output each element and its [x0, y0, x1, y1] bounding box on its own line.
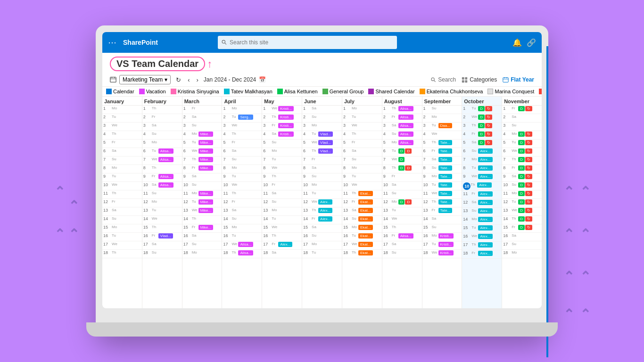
- legend-shared[interactable]: Shared Calendar: [368, 89, 414, 94]
- event-pill[interactable]: Tate...: [438, 191, 453, 196]
- waffle-icon[interactable]: ⋯: [108, 37, 116, 48]
- legend-alisa[interactable]: Alisa Kettunen: [277, 89, 318, 94]
- event-pill[interactable]: D: [405, 199, 412, 205]
- event-pill[interactable]: D: [518, 191, 525, 196]
- event-pill[interactable]: Tate...: [438, 140, 453, 145]
- event-pill[interactable]: Kristi...: [438, 250, 454, 255]
- event-pill[interactable]: Tate...: [438, 208, 453, 213]
- event-pill[interactable]: ↻: [485, 132, 492, 137]
- event-pill[interactable]: Mike...: [198, 208, 214, 213]
- event-pill[interactable]: D: [518, 225, 525, 230]
- event-pill[interactable]: Ekat...: [358, 208, 373, 213]
- event-pill[interactable]: Ekat...: [358, 242, 373, 247]
- event-pill[interactable]: Mike...: [198, 132, 214, 137]
- event-pill[interactable]: D: [398, 148, 405, 154]
- event-pill[interactable]: Alex...: [478, 157, 492, 162]
- event-pill[interactable]: Alisa...: [238, 242, 253, 247]
- event-pill[interactable]: D: [518, 157, 525, 162]
- event-pill[interactable]: Mike...: [198, 199, 214, 205]
- event-pill[interactable]: Alex...: [478, 217, 492, 222]
- share-icon[interactable]: 🔗: [527, 38, 536, 47]
- event-pill[interactable]: Alex...: [278, 242, 292, 247]
- event-pill[interactable]: Alisa...: [158, 182, 173, 188]
- event-pill[interactable]: ↻: [525, 208, 532, 213]
- event-pill[interactable]: Vlad...: [318, 148, 333, 154]
- event-pill[interactable]: Serg...: [238, 115, 253, 120]
- event-pill[interactable]: Alex...: [318, 199, 332, 205]
- search-bar[interactable]: [218, 36, 397, 49]
- event-pill[interactable]: Vlad...: [318, 140, 333, 145]
- event-pill[interactable]: D: [518, 132, 525, 137]
- event-pill[interactable]: Ekat...: [358, 233, 373, 239]
- event-pill[interactable]: D: [518, 174, 525, 179]
- event-pill[interactable]: Tate...: [438, 182, 453, 188]
- event-pill[interactable]: D: [478, 140, 485, 145]
- event-pill[interactable]: ↻: [485, 115, 492, 120]
- event-pill[interactable]: D: [518, 208, 525, 213]
- event-pill[interactable]: D: [518, 199, 525, 205]
- event-pill[interactable]: Kristi...: [278, 123, 293, 128]
- event-pill[interactable]: Tate...: [438, 199, 453, 205]
- event-pill[interactable]: D: [518, 148, 525, 154]
- categories-button[interactable]: Categories: [462, 76, 497, 83]
- event-pill[interactable]: Alisa...: [398, 132, 413, 137]
- event-pill[interactable]: ↻: [485, 106, 492, 111]
- event-pill[interactable]: Kristi...: [438, 233, 454, 239]
- event-pill[interactable]: Alex...: [478, 242, 492, 247]
- event-pill[interactable]: D: [478, 123, 485, 128]
- event-pill[interactable]: Alex...: [318, 216, 332, 222]
- event-pill[interactable]: D: [398, 165, 405, 171]
- event-pill[interactable]: D: [478, 132, 485, 137]
- event-pill[interactable]: Alisa...: [398, 123, 413, 128]
- event-pill[interactable]: Mike...: [198, 165, 214, 171]
- event-pill[interactable]: Alex...: [478, 174, 492, 179]
- event-pill[interactable]: Ekat...: [358, 225, 373, 230]
- event-pill[interactable]: ↻: [485, 140, 492, 145]
- toolbar-search[interactable]: Search: [431, 76, 456, 83]
- event-pill[interactable]: D: [518, 106, 525, 111]
- event-pill[interactable]: Tate...: [438, 148, 453, 154]
- event-pill[interactable]: Daa...: [438, 123, 452, 128]
- prev-button[interactable]: ‹: [185, 75, 192, 84]
- event-pill[interactable]: Alex...: [478, 208, 492, 214]
- event-pill[interactable]: Alex...: [478, 200, 492, 205]
- event-pill[interactable]: Alisa...: [158, 174, 173, 179]
- refresh-button[interactable]: ↻: [173, 75, 183, 84]
- legend-vacation[interactable]: Vacation: [139, 89, 166, 94]
- event-pill[interactable]: D: [398, 157, 405, 162]
- event-pill[interactable]: Alex...: [478, 251, 492, 256]
- event-pill[interactable]: Alisa...: [398, 140, 413, 145]
- event-pill[interactable]: Mike...: [198, 140, 214, 145]
- event-pill[interactable]: ↻: [525, 174, 532, 179]
- event-pill[interactable]: Mike...: [198, 191, 214, 196]
- legend-marina[interactable]: Marina Conquest: [487, 89, 534, 94]
- event-pill[interactable]: Tate...: [438, 174, 453, 179]
- event-pill[interactable]: Mike...: [198, 157, 214, 162]
- event-pill[interactable]: D: [478, 106, 485, 111]
- flat-year-button[interactable]: Flat Year: [503, 76, 534, 83]
- event-pill[interactable]: ↻: [525, 140, 532, 145]
- event-pill[interactable]: Kristi...: [278, 115, 293, 120]
- event-pill[interactable]: ↻: [525, 191, 532, 196]
- event-pill[interactable]: Kristi...: [278, 106, 293, 111]
- event-pill[interactable]: ↻: [525, 199, 532, 205]
- event-pill[interactable]: Alex...: [478, 191, 492, 197]
- event-pill[interactable]: ↻: [525, 148, 532, 154]
- event-pill[interactable]: ↻: [525, 216, 532, 222]
- event-pill[interactable]: ↻: [525, 106, 532, 111]
- event-pill[interactable]: Tate...: [438, 157, 453, 162]
- event-pill[interactable]: ↻: [525, 225, 532, 230]
- event-pill[interactable]: ↻: [525, 182, 532, 188]
- event-pill[interactable]: D: [518, 216, 525, 222]
- notification-icon[interactable]: 🔔: [512, 38, 522, 47]
- event-pill[interactable]: D: [405, 148, 412, 154]
- event-pill[interactable]: Mike...: [198, 225, 214, 230]
- event-pill[interactable]: ↻: [525, 157, 532, 162]
- event-pill[interactable]: Alisa...: [158, 148, 173, 154]
- event-pill[interactable]: D: [405, 165, 412, 171]
- event-pill[interactable]: Ekat...: [358, 199, 373, 205]
- event-pill[interactable]: Alisa...: [238, 250, 253, 255]
- legend-ekaterina[interactable]: Ekaterina Chukhontseva: [420, 89, 483, 94]
- event-pill[interactable]: Alex...: [477, 182, 491, 188]
- event-pill[interactable]: Tate...: [438, 165, 453, 171]
